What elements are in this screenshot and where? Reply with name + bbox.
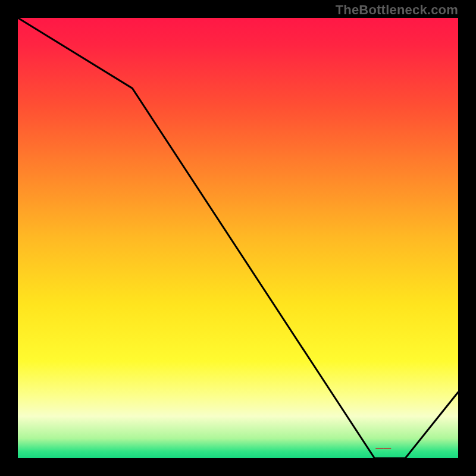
plot-area: —— bbox=[18, 18, 458, 458]
watermark-text: TheBottleneck.com bbox=[336, 2, 458, 18]
plot-svg: —— bbox=[18, 18, 458, 458]
heatmap-background bbox=[18, 18, 458, 458]
series-marker-label: —— bbox=[375, 443, 391, 452]
chart-canvas: TheBottleneck.com —— bbox=[0, 0, 476, 476]
